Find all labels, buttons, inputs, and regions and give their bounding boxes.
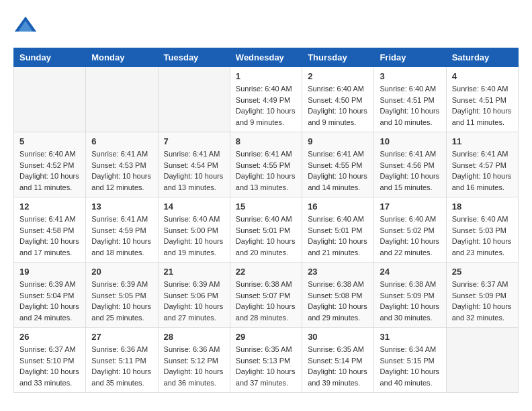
- daylight: Daylight: 10 hours and 29 minutes.: [308, 302, 367, 322]
- calendar-cell: 29 Sunrise: 6:35 AM Sunset: 5:13 PM Dayl…: [230, 328, 302, 393]
- sunset: Sunset: 5:04 PM: [19, 291, 74, 300]
- daylight: Daylight: 10 hours and 9 minutes.: [308, 107, 367, 126]
- sunrise: Sunrise: 6:38 AM: [308, 280, 364, 288]
- day-info: Sunrise: 6:35 AM Sunset: 5:14 PM Dayligh…: [308, 344, 368, 388]
- day-info: Sunrise: 6:41 AM Sunset: 4:55 PM Dayligh…: [308, 148, 368, 193]
- daylight: Daylight: 10 hours and 40 minutes.: [380, 367, 439, 387]
- sunset: Sunset: 5:01 PM: [308, 226, 362, 234]
- sunset: Sunset: 4:54 PM: [164, 161, 218, 169]
- calendar-week-1: 5 Sunrise: 6:40 AM Sunset: 4:52 PM Dayli…: [14, 132, 519, 197]
- day-info: Sunrise: 6:40 AM Sunset: 4:52 PM Dayligh…: [19, 148, 80, 193]
- day-info: Sunrise: 6:40 AM Sunset: 5:02 PM Dayligh…: [380, 214, 440, 258]
- calendar-header: SundayMondayTuesdayWednesdayThursdayFrid…: [14, 48, 519, 67]
- daylight: Daylight: 10 hours and 20 minutes.: [236, 237, 296, 257]
- calendar-cell: 16 Sunrise: 6:40 AM Sunset: 5:01 PM Dayl…: [302, 197, 374, 263]
- day-number: 20: [91, 267, 152, 277]
- day-number: 30: [308, 332, 368, 342]
- day-info: Sunrise: 6:40 AM Sunset: 4:49 PM Dayligh…: [236, 83, 296, 128]
- day-info: Sunrise: 6:35 AM Sunset: 5:13 PM Dayligh…: [236, 344, 296, 388]
- daylight: Daylight: 10 hours and 10 minutes.: [380, 107, 439, 126]
- calendar-cell: [86, 67, 158, 132]
- day-info: Sunrise: 6:40 AM Sunset: 5:01 PM Dayligh…: [308, 214, 368, 258]
- daylight: Daylight: 10 hours and 36 minutes.: [164, 367, 224, 387]
- day-info: Sunrise: 6:40 AM Sunset: 4:51 PM Dayligh…: [452, 83, 513, 128]
- day-number: 25: [452, 267, 513, 277]
- day-info: Sunrise: 6:38 AM Sunset: 5:09 PM Dayligh…: [380, 279, 440, 323]
- daylight: Daylight: 10 hours and 14 minutes.: [308, 172, 367, 191]
- sunrise: Sunrise: 6:37 AM: [19, 345, 76, 353]
- day-number: 15: [236, 201, 296, 212]
- day-number: 4: [452, 71, 513, 81]
- day-number: 8: [236, 136, 296, 146]
- sunset: Sunset: 5:03 PM: [452, 226, 506, 234]
- sunset: Sunset: 4:57 PM: [452, 161, 506, 169]
- day-number: 6: [91, 136, 152, 146]
- day-number: 12: [19, 201, 80, 212]
- sunset: Sunset: 4:56 PM: [380, 161, 434, 169]
- day-number: 7: [164, 136, 224, 146]
- calendar-cell: 22 Sunrise: 6:38 AM Sunset: 5:07 PM Dayl…: [230, 263, 302, 328]
- daylight: Daylight: 10 hours and 13 minutes.: [236, 172, 296, 191]
- daylight: Daylight: 10 hours and 15 minutes.: [380, 172, 439, 191]
- sunset: Sunset: 5:15 PM: [380, 357, 434, 365]
- daylight: Daylight: 10 hours and 37 minutes.: [236, 367, 296, 387]
- daylight: Daylight: 10 hours and 35 minutes.: [91, 367, 151, 387]
- calendar-cell: 8 Sunrise: 6:41 AM Sunset: 4:55 PM Dayli…: [230, 132, 302, 197]
- day-info: Sunrise: 6:41 AM Sunset: 4:55 PM Dayligh…: [236, 148, 296, 193]
- calendar-cell: 14 Sunrise: 6:40 AM Sunset: 5:00 PM Dayl…: [158, 197, 230, 263]
- calendar-week-4: 26 Sunrise: 6:37 AM Sunset: 5:10 PM Dayl…: [14, 328, 519, 393]
- day-number: 24: [380, 267, 440, 277]
- sunrise: Sunrise: 6:40 AM: [308, 215, 364, 223]
- day-number: 31: [380, 332, 440, 342]
- daylight: Daylight: 10 hours and 22 minutes.: [380, 237, 439, 257]
- calendar-cell: 10 Sunrise: 6:41 AM Sunset: 4:56 PM Dayl…: [374, 132, 446, 197]
- calendar-cell: [446, 328, 518, 393]
- day-number: 18: [452, 201, 513, 212]
- calendar-cell: 24 Sunrise: 6:38 AM Sunset: 5:09 PM Dayl…: [374, 263, 446, 328]
- day-info: Sunrise: 6:37 AM Sunset: 5:10 PM Dayligh…: [19, 344, 80, 388]
- sunset: Sunset: 4:58 PM: [19, 226, 74, 234]
- sunrise: Sunrise: 6:41 AM: [452, 150, 508, 158]
- calendar-cell: 13 Sunrise: 6:41 AM Sunset: 4:59 PM Dayl…: [86, 197, 158, 263]
- calendar-cell: 9 Sunrise: 6:41 AM Sunset: 4:55 PM Dayli…: [302, 132, 374, 197]
- weekday-header-sunday: Sunday: [14, 48, 86, 67]
- day-info: Sunrise: 6:38 AM Sunset: 5:07 PM Dayligh…: [236, 279, 296, 323]
- sunrise: Sunrise: 6:41 AM: [236, 150, 292, 158]
- sunrise: Sunrise: 6:40 AM: [19, 150, 76, 158]
- sunset: Sunset: 4:50 PM: [308, 96, 362, 104]
- calendar-cell: 31 Sunrise: 6:34 AM Sunset: 5:15 PM Dayl…: [374, 328, 446, 393]
- daylight: Daylight: 10 hours and 18 minutes.: [91, 237, 151, 257]
- day-info: Sunrise: 6:34 AM Sunset: 5:15 PM Dayligh…: [380, 344, 440, 388]
- sunset: Sunset: 4:49 PM: [236, 96, 290, 104]
- weekday-header-monday: Monday: [86, 48, 158, 67]
- sunset: Sunset: 5:06 PM: [164, 291, 218, 300]
- day-info: Sunrise: 6:39 AM Sunset: 5:06 PM Dayligh…: [164, 279, 224, 323]
- day-number: 19: [19, 267, 80, 277]
- weekday-header-saturday: Saturday: [446, 48, 518, 67]
- day-number: 14: [164, 201, 224, 212]
- day-number: 1: [236, 71, 296, 81]
- calendar-cell: 3 Sunrise: 6:40 AM Sunset: 4:51 PM Dayli…: [374, 67, 446, 132]
- sunrise: Sunrise: 6:40 AM: [380, 215, 436, 223]
- day-number: 28: [164, 332, 224, 342]
- sunset: Sunset: 4:51 PM: [380, 96, 434, 104]
- daylight: Daylight: 10 hours and 13 minutes.: [164, 172, 224, 191]
- sunrise: Sunrise: 6:40 AM: [452, 215, 508, 223]
- day-number: 21: [164, 267, 224, 277]
- calendar-cell: 1 Sunrise: 6:40 AM Sunset: 4:49 PM Dayli…: [230, 67, 302, 132]
- calendar-week-3: 19 Sunrise: 6:39 AM Sunset: 5:04 PM Dayl…: [14, 263, 519, 328]
- calendar-cell: 5 Sunrise: 6:40 AM Sunset: 4:52 PM Dayli…: [14, 132, 86, 197]
- sunrise: Sunrise: 6:37 AM: [452, 280, 508, 288]
- daylight: Daylight: 10 hours and 12 minutes.: [91, 172, 151, 191]
- sunrise: Sunrise: 6:40 AM: [380, 85, 436, 93]
- sunrise: Sunrise: 6:39 AM: [164, 280, 220, 288]
- daylight: Daylight: 10 hours and 39 minutes.: [308, 367, 367, 387]
- day-info: Sunrise: 6:41 AM Sunset: 4:57 PM Dayligh…: [452, 148, 513, 193]
- weekday-header-tuesday: Tuesday: [158, 48, 230, 67]
- day-number: 3: [380, 71, 440, 81]
- sunrise: Sunrise: 6:41 AM: [380, 150, 436, 158]
- sunrise: Sunrise: 6:38 AM: [236, 280, 292, 288]
- calendar-cell: 15 Sunrise: 6:40 AM Sunset: 5:01 PM Dayl…: [230, 197, 302, 263]
- sunset: Sunset: 5:09 PM: [380, 291, 434, 300]
- sunset: Sunset: 5:10 PM: [19, 357, 74, 365]
